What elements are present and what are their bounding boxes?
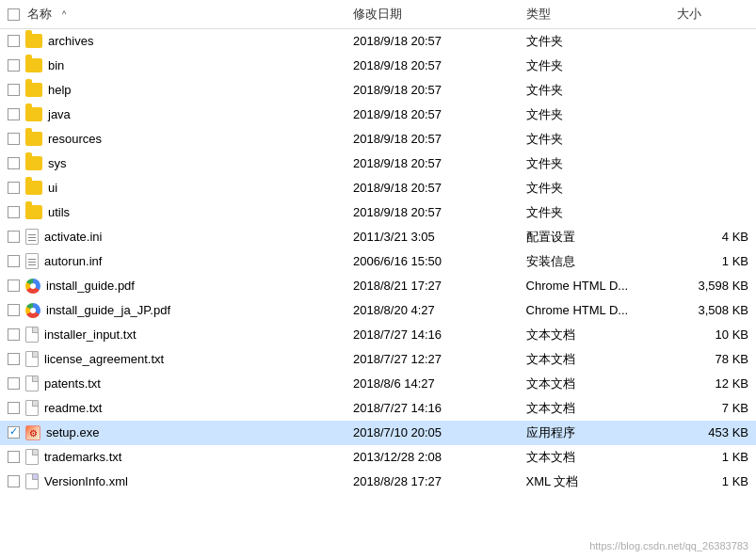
table-header: 名称 ^ 修改日期 类型 大小 xyxy=(0,0,756,29)
file-type: 文件夹 xyxy=(519,152,670,176)
file-date: 2018/8/6 14:27 xyxy=(346,372,519,396)
file-type: 文件夹 xyxy=(519,103,670,127)
table-row[interactable]: license_agreement.txt2018/7/27 12:27文本文档… xyxy=(0,347,756,372)
table-row[interactable]: ui2018/9/18 20:57文件夹 xyxy=(0,176,756,200)
row-checkbox[interactable] xyxy=(8,59,20,72)
table-row[interactable]: readme.txt2018/7/27 14:16文本文档7 KB xyxy=(0,396,756,421)
file-type: Chrome HTML D... xyxy=(519,298,670,323)
table-row[interactable]: setup.exe2018/7/10 20:05应用程序453 KB xyxy=(0,421,756,445)
row-checkbox[interactable] xyxy=(8,475,20,487)
row-checkbox[interactable] xyxy=(8,255,20,267)
file-date: 2018/7/10 20:05 xyxy=(346,421,519,445)
ini-icon xyxy=(25,253,39,269)
file-name: java xyxy=(48,107,71,121)
file-name: patents.txt xyxy=(44,376,101,391)
table-row[interactable]: install_guide_ja_JP.pdf2018/8/20 4:27Chr… xyxy=(0,298,756,323)
col-header-size[interactable]: 大小 xyxy=(669,0,756,29)
row-checkbox[interactable] xyxy=(8,377,20,390)
col-header-type[interactable]: 类型 xyxy=(519,0,670,29)
row-checkbox[interactable] xyxy=(8,451,20,463)
file-size xyxy=(669,152,756,176)
file-type: 文本文档 xyxy=(519,347,670,372)
row-checkbox[interactable] xyxy=(8,182,20,194)
file-date: 2013/12/28 2:08 xyxy=(346,445,519,470)
file-date: 2018/8/28 17:27 xyxy=(346,470,519,494)
folder-icon xyxy=(25,156,42,170)
row-checkbox[interactable] xyxy=(8,328,20,341)
table-row[interactable]: patents.txt2018/8/6 14:27文本文档12 KB xyxy=(0,372,756,396)
file-date: 2018/9/18 20:57 xyxy=(346,78,519,103)
file-size: 4 KB xyxy=(669,225,756,249)
row-checkbox[interactable] xyxy=(8,35,20,47)
table-row[interactable]: installer_input.txt2018/7/27 14:16文本文档10… xyxy=(0,323,756,347)
folder-icon xyxy=(25,58,42,72)
file-icon xyxy=(25,327,39,343)
file-size: 10 KB xyxy=(669,323,756,347)
file-icon xyxy=(25,375,39,391)
file-name: trademarks.txt xyxy=(44,450,121,464)
file-date: 2018/9/18 20:57 xyxy=(346,29,519,54)
sort-arrow-name: ^ xyxy=(62,9,66,19)
table-row[interactable]: help2018/9/18 20:57文件夹 xyxy=(0,78,756,103)
table-row[interactable]: install_guide.pdf2018/8/21 17:27Chrome H… xyxy=(0,274,756,298)
file-size: 7 KB xyxy=(669,396,756,421)
row-checkbox[interactable] xyxy=(8,133,20,145)
file-date: 2006/6/16 15:50 xyxy=(346,249,519,274)
table-row[interactable]: java2018/9/18 20:57文件夹 xyxy=(0,103,756,127)
row-checkbox[interactable] xyxy=(8,426,20,439)
file-size: 78 KB xyxy=(669,347,756,372)
file-size xyxy=(669,54,756,78)
table-row[interactable]: activate.ini2011/3/21 3:05配置设置4 KB xyxy=(0,225,756,249)
row-checkbox[interactable] xyxy=(8,84,20,96)
file-date: 2018/8/21 17:27 xyxy=(346,274,519,298)
file-type: 文件夹 xyxy=(519,176,670,200)
chrome-icon xyxy=(25,303,40,318)
row-checkbox[interactable] xyxy=(8,206,20,218)
table-row[interactable]: sys2018/9/18 20:57文件夹 xyxy=(0,152,756,176)
file-size: 3,598 KB xyxy=(669,274,756,298)
table-row[interactable]: bin2018/9/18 20:57文件夹 xyxy=(0,54,756,78)
file-size xyxy=(669,200,756,225)
row-checkbox[interactable] xyxy=(8,157,20,169)
file-name: installer_input.txt xyxy=(44,327,137,342)
file-type: 文件夹 xyxy=(519,78,670,103)
table-row[interactable]: trademarks.txt2013/12/28 2:08文本文档1 KB xyxy=(0,445,756,470)
file-type: 文件夹 xyxy=(519,200,670,225)
file-size xyxy=(669,78,756,103)
select-all-checkbox[interactable] xyxy=(8,8,20,21)
row-checkbox[interactable] xyxy=(8,353,20,365)
row-checkbox[interactable] xyxy=(8,402,20,414)
table-row[interactable]: archives2018/9/18 20:57文件夹 xyxy=(0,29,756,54)
folder-icon xyxy=(25,34,42,48)
folder-icon xyxy=(25,181,42,195)
row-checkbox[interactable] xyxy=(8,304,20,316)
file-type: 文本文档 xyxy=(519,372,670,396)
xml-icon xyxy=(25,473,39,489)
file-name: activate.ini xyxy=(44,230,102,244)
file-date: 2018/9/18 20:57 xyxy=(346,152,519,176)
col-header-date[interactable]: 修改日期 xyxy=(346,0,519,29)
table-row[interactable]: utils2018/9/18 20:57文件夹 xyxy=(0,200,756,225)
file-size: 12 KB xyxy=(669,372,756,396)
row-checkbox[interactable] xyxy=(8,108,20,120)
row-checkbox[interactable] xyxy=(8,231,20,243)
file-type: XML 文档 xyxy=(519,470,670,494)
file-icon xyxy=(25,351,39,367)
file-list-table: 名称 ^ 修改日期 类型 大小 archives2018/9/18 20:57文… xyxy=(0,0,756,494)
file-type: 配置设置 xyxy=(519,225,670,249)
table-row[interactable]: resources2018/9/18 20:57文件夹 xyxy=(0,127,756,152)
file-name: setup.exe xyxy=(46,425,99,439)
file-date: 2018/7/27 14:16 xyxy=(346,396,519,421)
folder-icon xyxy=(25,205,42,219)
exe-icon xyxy=(25,425,40,440)
file-size xyxy=(669,103,756,127)
file-list-body: archives2018/9/18 20:57文件夹bin2018/9/18 2… xyxy=(0,29,756,494)
file-type: 文本文档 xyxy=(519,323,670,347)
row-checkbox[interactable] xyxy=(8,280,20,292)
file-size: 1 KB xyxy=(669,470,756,494)
table-row[interactable]: autorun.inf2006/6/16 15:50安装信息1 KB xyxy=(0,249,756,274)
folder-icon xyxy=(25,107,42,121)
col-header-name[interactable]: 名称 ^ xyxy=(0,0,346,29)
table-row[interactable]: VersionInfo.xml2018/8/28 17:27XML 文档1 KB xyxy=(0,470,756,494)
file-icon xyxy=(25,449,39,465)
